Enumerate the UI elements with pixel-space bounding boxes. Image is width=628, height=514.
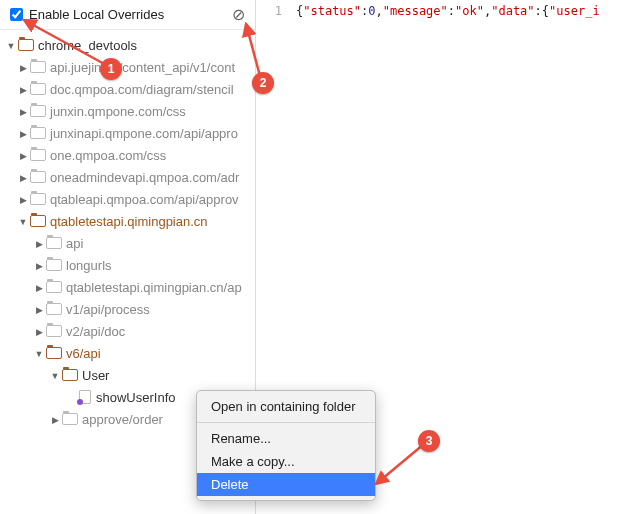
file-icon [79, 390, 91, 404]
folder-icon [46, 347, 62, 359]
tree-node[interactable]: api [0, 232, 255, 254]
folder-icon [62, 413, 78, 425]
context-menu: Open in containing folder Rename... Make… [196, 390, 376, 501]
tree-node[interactable]: doc.qmpoa.com/diagram/stencil [0, 78, 255, 100]
folder-icon [30, 61, 46, 73]
tree-node-label: api [66, 236, 83, 251]
chevron-right-icon[interactable] [18, 150, 28, 161]
tree-root[interactable]: chrome_devtools [0, 34, 255, 56]
chevron-right-icon[interactable] [18, 172, 28, 183]
menu-make-copy[interactable]: Make a copy... [197, 450, 375, 473]
tree-node[interactable]: v1/api/process [0, 298, 255, 320]
tree-node-label: chrome_devtools [38, 38, 137, 53]
folder-icon [30, 193, 46, 205]
chevron-right-icon[interactable] [18, 128, 28, 139]
chevron-right-icon[interactable] [34, 238, 44, 249]
callout-3: 3 [418, 430, 440, 452]
overrides-toolbar: Enable Local Overrides ⊘ [0, 0, 255, 30]
tree-node-label: one.qmpoa.com/css [50, 148, 166, 163]
tree-node-active[interactable]: qtabletestapi.qimingpian.cn [0, 210, 255, 232]
tree-node-label: approve/order [82, 412, 163, 427]
chevron-down-icon[interactable] [18, 216, 28, 227]
chevron-right-icon[interactable] [34, 326, 44, 337]
tree-node-label: v2/api/doc [66, 324, 125, 339]
tree-node-user[interactable]: User [0, 364, 255, 386]
folder-icon [30, 215, 46, 227]
menu-delete[interactable]: Delete [197, 473, 375, 496]
chevron-right-icon[interactable] [18, 194, 28, 205]
folder-icon [46, 237, 62, 249]
callout-1: 1 [100, 58, 122, 80]
menu-rename[interactable]: Rename... [197, 427, 375, 450]
tree-node-label: longurls [66, 258, 112, 273]
tree-node-label: qtabletestapi.qimingpian.cn [50, 214, 208, 229]
enable-overrides-checkbox[interactable] [10, 8, 23, 21]
clear-icon[interactable]: ⊘ [228, 7, 249, 23]
chevron-right-icon[interactable] [50, 414, 60, 425]
chevron-right-icon[interactable] [18, 106, 28, 117]
callout-label: 1 [108, 62, 115, 76]
folder-icon [30, 83, 46, 95]
callout-label: 3 [426, 434, 433, 448]
folder-icon [62, 369, 78, 381]
folder-icon [18, 39, 34, 51]
tree-node-label: junxinapi.qmpone.com/api/appro [50, 126, 238, 141]
tree-node[interactable]: qtabletestapi.qimingpian.cn/ap [0, 276, 255, 298]
tree-node-label: showUserInfo [96, 390, 175, 405]
chevron-right-icon[interactable] [18, 84, 28, 95]
chevron-right-icon[interactable] [34, 282, 44, 293]
tree-node[interactable]: junxin.qmpone.com/css [0, 100, 255, 122]
folder-icon [46, 325, 62, 337]
folder-icon [30, 105, 46, 117]
chevron-down-icon[interactable] [34, 348, 44, 359]
menu-open-folder[interactable]: Open in containing folder [197, 395, 375, 418]
line-number: 1 [275, 4, 282, 18]
enable-overrides-label: Enable Local Overrides [29, 7, 228, 22]
tree-node[interactable]: qtableapi.qmpoa.com/api/approv [0, 188, 255, 210]
file-tree: chrome_devtools api.juejin.cn/content_ap… [0, 30, 255, 434]
tree-node-label: qtableapi.qmpoa.com/api/approv [50, 192, 239, 207]
callout-2: 2 [252, 72, 274, 94]
tree-node-label: v6/api [66, 346, 101, 361]
tree-node[interactable]: oneadmindevapi.qmpoa.com/adr [0, 166, 255, 188]
callout-label: 2 [260, 76, 267, 90]
tree-node-v6[interactable]: v6/api [0, 342, 255, 364]
tree-node-label: api.juejin.cn/content_api/v1/cont [50, 60, 235, 75]
tree-node-label: doc.qmpoa.com/diagram/stencil [50, 82, 234, 97]
chevron-right-icon[interactable] [18, 62, 28, 73]
tree-node-label: v1/api/process [66, 302, 150, 317]
folder-icon [30, 149, 46, 161]
chevron-right-icon[interactable] [34, 260, 44, 271]
chevron-down-icon[interactable] [6, 40, 16, 51]
tree-node-label: junxin.qmpone.com/css [50, 104, 186, 119]
chevron-down-icon[interactable] [50, 370, 60, 381]
folder-icon [30, 171, 46, 183]
folder-icon [46, 303, 62, 315]
tree-node-label: User [82, 368, 109, 383]
chevron-right-icon[interactable] [34, 304, 44, 315]
tree-node[interactable]: api.juejin.cn/content_api/v1/cont [0, 56, 255, 78]
tree-node[interactable]: longurls [0, 254, 255, 276]
tree-node[interactable]: junxinapi.qmpone.com/api/appro [0, 122, 255, 144]
tree-node-label: oneadmindevapi.qmpoa.com/adr [50, 170, 239, 185]
folder-icon [46, 259, 62, 271]
folder-icon [46, 281, 62, 293]
tree-node[interactable]: v2/api/doc [0, 320, 255, 342]
tree-node-label: qtabletestapi.qimingpian.cn/ap [66, 280, 242, 295]
folder-icon [30, 127, 46, 139]
menu-separator [197, 422, 375, 423]
tree-node[interactable]: one.qmpoa.com/css [0, 144, 255, 166]
